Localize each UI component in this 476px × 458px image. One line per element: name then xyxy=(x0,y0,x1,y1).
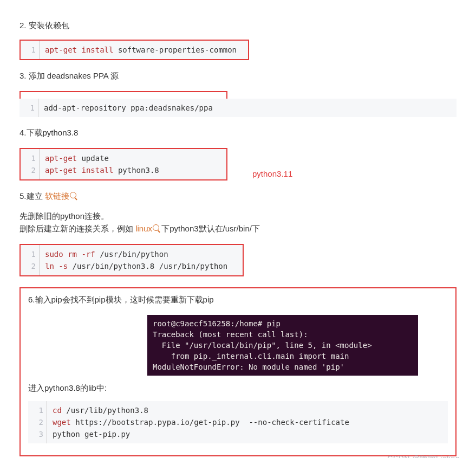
code-block-2: 1 apt-get install software-properties-co… xyxy=(19,40,249,60)
code-block-4: 1 2 apt-get update apt-get install pytho… xyxy=(19,148,227,180)
line-gutter: 1 xyxy=(21,41,40,59)
terminal-output: root@c9aecf516258:/home# pip Traceback (… xyxy=(147,315,418,376)
step-4-title: 4.下载python3.8 xyxy=(19,128,457,138)
linux-link[interactable]: linux xyxy=(135,224,152,233)
annotation-python311: python3.11 xyxy=(252,169,292,178)
step-3-title: 3. 添加 deadsnakes PPA 源 xyxy=(19,71,457,81)
code-lines: add-apt-repository ppa:deadsnakes/ppa xyxy=(38,99,457,117)
step-5-line3: 删除后建立新的连接关系，例如 linux 下python3默认在/usr/bin… xyxy=(19,224,457,234)
line-gutter: 1 2 xyxy=(21,245,40,275)
code-lines: sudo rm -rf /usr/bin/python ln -s /usr/b… xyxy=(40,245,243,275)
code-block-6: 1 2 3 cd /usr/lib/python3.8 wget https:/… xyxy=(28,401,448,443)
step-6-title: 6.输入pip会找不到pip模块，这时候需要重新下载pip xyxy=(28,295,448,305)
section-6: 6.输入pip会找不到pip模块，这时候需要重新下载pip root@c9aec… xyxy=(19,287,457,456)
code-lines: apt-get update apt-get install python3.8 xyxy=(40,149,226,179)
search-icon[interactable] xyxy=(70,192,76,198)
step-5-title: 5.建立 软链接 xyxy=(19,191,457,202)
line-gutter: 1 2 3 xyxy=(28,401,47,443)
line-gutter: 1 xyxy=(19,99,38,117)
code-block-5: 1 2 sudo rm -rf /usr/bin/python ln -s /u… xyxy=(19,244,244,276)
softlink-link[interactable]: 软链接 xyxy=(45,191,69,201)
code-lines: cd /usr/lib/python3.8 wget https://boots… xyxy=(47,401,448,443)
line-gutter: 1 2 xyxy=(21,149,40,179)
step-6-subtitle: 进入python3.8的lib中: xyxy=(28,383,448,394)
code-block-3: 1 add-apt-repository ppa:deadsnakes/ppa xyxy=(19,99,457,117)
step-2-title: 2. 安装依赖包 xyxy=(19,21,457,31)
step-5-line2: 先删除旧的python连接。 xyxy=(19,211,457,222)
code-lines: apt-get install software-properties-comm… xyxy=(40,41,248,59)
search-icon[interactable] xyxy=(153,224,159,231)
